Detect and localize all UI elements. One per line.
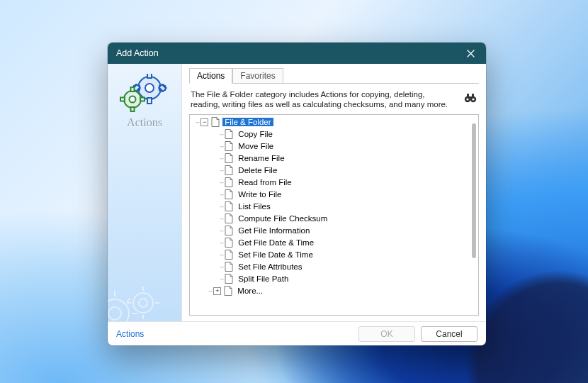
dialog-footer: Actions OK Cancel bbox=[108, 321, 486, 345]
file-icon bbox=[225, 226, 233, 235]
file-icon bbox=[225, 141, 233, 151]
tree-item[interactable]: ···Set File Date & Time bbox=[191, 249, 468, 261]
svg-rect-35 bbox=[472, 94, 474, 97]
svg-rect-12 bbox=[131, 107, 135, 111]
tab-bar: Actions Favorites bbox=[189, 68, 479, 84]
tree-item-more[interactable]: ···+More... bbox=[191, 285, 468, 297]
tree-item-label: Write to File bbox=[236, 190, 283, 199]
tree-item-label: File & Folder bbox=[222, 118, 273, 126]
collapse-icon[interactable]: − bbox=[200, 118, 208, 126]
svg-point-15 bbox=[130, 96, 136, 103]
file-icon bbox=[225, 274, 233, 284]
svg-rect-13 bbox=[120, 98, 125, 101]
tree-item[interactable]: ···Rename File bbox=[191, 152, 468, 165]
tree-item-label: Compute File Checksum bbox=[236, 214, 329, 223]
dialog-body: Actions bbox=[108, 64, 486, 321]
find-button[interactable] bbox=[463, 91, 477, 105]
svg-point-18 bbox=[133, 293, 153, 313]
close-button[interactable] bbox=[460, 45, 480, 61]
tree-item-label: Rename File bbox=[236, 154, 286, 162]
file-icon bbox=[225, 250, 233, 260]
window-title: Add Action bbox=[116, 48, 159, 58]
tab-favorites[interactable]: Favorites bbox=[232, 68, 283, 83]
tree-item[interactable]: ···Set File Attributes bbox=[191, 261, 468, 273]
svg-point-37 bbox=[466, 98, 468, 100]
tree-item-label: Copy File bbox=[236, 130, 275, 138]
binoculars-icon bbox=[463, 91, 477, 105]
file-icon bbox=[225, 201, 233, 211]
tree-item-label: Split File Path bbox=[236, 274, 290, 283]
tree-item[interactable]: ···Write to File bbox=[191, 189, 468, 201]
titlebar: Add Action bbox=[108, 43, 486, 64]
svg-rect-34 bbox=[467, 94, 469, 97]
actions-tree: ···−File & Folder···Copy File···Move Fil… bbox=[189, 114, 479, 316]
svg-point-17 bbox=[108, 307, 121, 320]
file-icon bbox=[225, 189, 233, 199]
svg-rect-1 bbox=[147, 74, 152, 78]
main-panel: Actions Favorites The File & Folder cate… bbox=[182, 64, 486, 321]
svg-point-38 bbox=[472, 98, 474, 100]
svg-point-9 bbox=[145, 84, 154, 92]
tree-item[interactable]: ···Split File Path bbox=[191, 273, 468, 285]
tree-item[interactable]: ···Delete File bbox=[191, 165, 468, 177]
file-icon bbox=[211, 117, 220, 127]
tree-item[interactable]: ···List Files bbox=[191, 201, 468, 213]
add-action-dialog: Add Action bbox=[108, 43, 486, 345]
tree-item-label: Delete File bbox=[236, 166, 279, 174]
file-icon bbox=[225, 165, 233, 175]
tree-item[interactable]: ···Read from File bbox=[191, 177, 468, 189]
cancel-button[interactable]: Cancel bbox=[421, 326, 477, 342]
sidebar: Actions bbox=[108, 64, 182, 321]
file-icon bbox=[224, 286, 232, 296]
tree-item-label: More... bbox=[235, 287, 265, 295]
svg-line-25 bbox=[127, 298, 130, 301]
svg-point-19 bbox=[139, 299, 147, 307]
scrollbar-thumb[interactable] bbox=[472, 123, 476, 258]
tree-item-label: List Files bbox=[236, 202, 272, 211]
svg-rect-2 bbox=[147, 98, 152, 104]
svg-rect-36 bbox=[469, 96, 472, 98]
file-icon bbox=[225, 153, 233, 163]
actions-logo-icon bbox=[120, 74, 169, 115]
category-description: The File & Folder category includes Acti… bbox=[191, 89, 456, 110]
file-icon bbox=[225, 213, 233, 223]
file-icon bbox=[225, 129, 233, 139]
file-icon bbox=[225, 238, 233, 248]
tree-scroll-area[interactable]: ···−File & Folder···Copy File···Move Fil… bbox=[190, 115, 468, 315]
expand-icon[interactable]: + bbox=[213, 287, 221, 295]
tree-item-label: Set File Date & Time bbox=[236, 250, 315, 259]
svg-rect-11 bbox=[131, 87, 135, 91]
tree-item[interactable]: ···Compute File Checksum bbox=[191, 213, 468, 225]
tree-item-label: Set File Attributes bbox=[236, 262, 304, 271]
tree-item[interactable]: ···Get File Information bbox=[191, 225, 468, 237]
tree-item-label: Read from File bbox=[236, 178, 293, 187]
tab-actions[interactable]: Actions bbox=[189, 68, 232, 84]
svg-rect-14 bbox=[140, 98, 145, 101]
decorative-gears-icon bbox=[108, 278, 171, 321]
scrollbar[interactable] bbox=[468, 115, 478, 315]
file-icon bbox=[225, 177, 233, 187]
tree-category-file-folder[interactable]: ···−File & Folder bbox=[191, 116, 468, 128]
file-icon bbox=[225, 262, 233, 272]
tree-item-label: Get File Date & Time bbox=[236, 238, 316, 247]
tree-item-label: Move File bbox=[236, 142, 276, 150]
tree-item-label: Get File Information bbox=[236, 226, 312, 235]
tree-item[interactable]: ···Move File bbox=[191, 140, 468, 152]
ok-button[interactable]: OK bbox=[358, 326, 415, 342]
tree-item[interactable]: ···Copy File bbox=[191, 128, 468, 140]
actions-help-link[interactable]: Actions bbox=[116, 329, 144, 339]
sidebar-caption: Actions bbox=[108, 116, 181, 129]
tree-item[interactable]: ···Get File Date & Time bbox=[191, 237, 468, 249]
close-icon bbox=[467, 50, 475, 57]
